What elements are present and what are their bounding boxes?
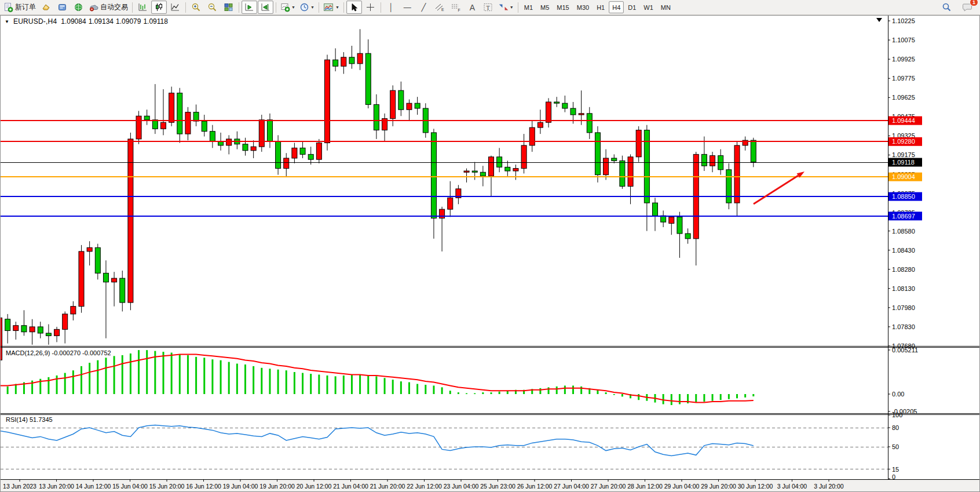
tile-windows-button[interactable]	[221, 1, 236, 14]
channel-tool-button[interactable]: E	[432, 1, 448, 14]
candle	[177, 93, 182, 134]
indicators-button[interactable]: ▼	[279, 1, 297, 14]
notifications-button[interactable]: 1	[959, 1, 975, 14]
vertical-line-tool-button[interactable]: │	[383, 1, 399, 14]
crosshair-tool-button[interactable]	[363, 1, 378, 14]
tab-timeframe-m5[interactable]: M5	[537, 1, 553, 13]
bar-chart-icon	[138, 2, 148, 12]
new-order-icon	[3, 2, 13, 12]
svg-text:1.08850: 1.08850	[892, 193, 915, 200]
autotrading-label: 自动交易	[100, 2, 128, 12]
market-watch-icon	[41, 2, 51, 12]
zoom-out-button[interactable]	[204, 1, 220, 14]
tab-timeframe-mn[interactable]: MN	[657, 1, 674, 13]
arrows-icon	[499, 2, 509, 12]
cursor-tool-button[interactable]	[346, 1, 362, 14]
equidistant-channel-icon: E	[434, 2, 445, 12]
svg-text:0: 0	[892, 473, 895, 480]
svg-text:3 Jul 20:00: 3 Jul 20:00	[814, 483, 844, 490]
candle	[685, 234, 690, 239]
arrows-tool-button[interactable]: ▼	[497, 1, 515, 14]
svg-text:1.08580: 1.08580	[892, 228, 915, 235]
svg-text:80: 80	[892, 424, 899, 431]
candle	[472, 171, 477, 172]
chevron-down-icon: ▼	[310, 5, 315, 9]
line-chart-button[interactable]	[167, 1, 183, 14]
candlestick-chart-button[interactable]	[151, 1, 167, 14]
candle	[349, 57, 354, 64]
svg-text:1.09175: 1.09175	[892, 151, 915, 158]
data-window-button[interactable]	[54, 1, 70, 14]
chart-canvas[interactable]: 1.102251.100751.099251.097751.096251.094…	[1, 16, 979, 491]
candle	[480, 172, 485, 176]
tab-timeframe-d1[interactable]: D1	[624, 1, 639, 13]
candle	[669, 217, 674, 223]
candle	[112, 278, 117, 282]
svg-text:15 Jun 04:00: 15 Jun 04:00	[112, 483, 148, 490]
candle	[612, 158, 617, 161]
zoom-in-button[interactable]	[188, 1, 204, 14]
candle	[21, 326, 27, 332]
candle	[333, 60, 338, 66]
svg-text:27 Jun 04:00: 27 Jun 04:00	[554, 483, 589, 490]
candle	[407, 103, 412, 110]
candle	[710, 156, 715, 166]
text-label-icon: T	[483, 2, 493, 12]
tab-timeframe-h4[interactable]: H4	[609, 1, 624, 13]
candle	[144, 116, 149, 120]
svg-text:29 Jun 20:00: 29 Jun 20:00	[701, 483, 736, 490]
candle	[128, 139, 133, 303]
svg-text:1.09925: 1.09925	[892, 56, 915, 63]
horizontal-line-tool-button[interactable]: —	[400, 1, 415, 14]
candlestick-chart-icon	[154, 2, 164, 12]
svg-text:26 Jun 12:00: 26 Jun 12:00	[517, 483, 553, 490]
svg-text:T: T	[487, 5, 490, 11]
search-button[interactable]	[939, 1, 955, 14]
periods-button[interactable]: ▼	[298, 1, 316, 14]
zoom-out-icon	[207, 2, 217, 12]
candle	[1, 318, 2, 360]
chevron-down-icon: ▼	[291, 5, 295, 9]
autotrading-button[interactable]: 自动交易	[87, 1, 130, 14]
auto-scroll-button[interactable]	[242, 1, 257, 14]
chart-shift-button[interactable]	[258, 1, 273, 14]
candle	[267, 120, 272, 141]
candle	[489, 157, 494, 176]
trendline-icon: ╱	[421, 3, 426, 11]
svg-text:13 Jun 20:00: 13 Jun 20:00	[39, 483, 74, 490]
svg-text:15 Jun 20:00: 15 Jun 20:00	[149, 483, 185, 490]
search-icon	[942, 2, 952, 12]
candle	[537, 122, 543, 127]
text-label-tool-button[interactable]: T	[481, 1, 496, 14]
svg-text:1.08280: 1.08280	[892, 266, 915, 273]
fibonacci-tool-button[interactable]: F	[448, 1, 464, 14]
candle	[169, 93, 174, 123]
svg-text:1.10075: 1.10075	[892, 37, 915, 43]
market-watch-button[interactable]	[38, 1, 54, 14]
toolbar-separator	[319, 2, 319, 13]
tab-timeframe-w1[interactable]: W1	[640, 1, 657, 13]
new-order-button[interactable]: 新订单	[2, 1, 38, 14]
trendline-tool-button[interactable]: ╱	[416, 1, 432, 14]
tab-timeframe-m15[interactable]: M15	[553, 1, 572, 13]
templates-button[interactable]: ▼	[321, 1, 341, 14]
collapse-triangle-icon[interactable]: ▼	[5, 19, 9, 24]
candle	[13, 326, 19, 331]
tab-timeframe-h1[interactable]: H1	[593, 1, 608, 13]
chart-shift-icon	[261, 2, 270, 12]
text-tool-button[interactable]: A	[465, 1, 480, 14]
candle	[546, 102, 551, 122]
tab-timeframe-m1[interactable]: M1	[521, 1, 536, 13]
svg-text:20 Jun 12:00: 20 Jun 12:00	[297, 483, 332, 490]
quote-high: 1.09134	[89, 17, 114, 25]
svg-text:1.08430: 1.08430	[892, 247, 915, 254]
candle	[202, 121, 207, 132]
bar-chart-button[interactable]	[135, 1, 151, 14]
quote-open: 1.09084	[61, 17, 86, 25]
tab-timeframe-m30[interactable]: M30	[573, 1, 593, 13]
notification-badge[interactable]: 1	[970, 0, 978, 6]
navigator-button[interactable]	[71, 1, 86, 14]
toolbar-separator	[518, 2, 518, 13]
candle	[415, 103, 420, 108]
candle	[357, 53, 363, 64]
